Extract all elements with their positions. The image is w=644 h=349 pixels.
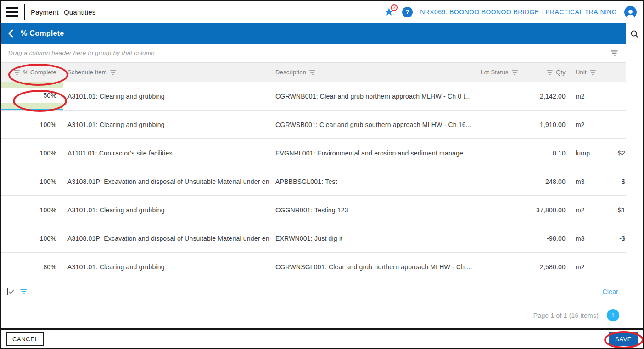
column-header-pct-complete[interactable]: % Complete: [1, 63, 63, 82]
filter-icon[interactable]: [547, 70, 553, 75]
table-row[interactable]: 100% A3108.01P: Excavation and disposal …: [1, 224, 626, 253]
filter-icon[interactable]: [110, 70, 116, 75]
right-rail: [626, 23, 643, 328]
chevron-left-icon: [7, 29, 14, 38]
app-title: Payment Quantities: [31, 8, 96, 16]
back-button[interactable]: [7, 29, 14, 38]
edit-highlight: [1, 103, 63, 109]
group-hint: Drag a column header here to group by th…: [8, 50, 155, 56]
table-header-row: % Complete Schedule Item Description Lot…: [1, 62, 626, 82]
page-title: % Complete: [21, 29, 64, 38]
filter-icon[interactable]: [14, 70, 20, 75]
save-button[interactable]: SAVE: [609, 332, 638, 346]
table-row[interactable]: 50% A3101.01: Clearing and grubbing CGRW…: [1, 82, 626, 111]
app-window: Payment Quantities ★ i ? NRX069: BOONOO …: [0, 0, 644, 349]
column-header-description[interactable]: Description: [272, 63, 478, 82]
filter-enabled-checkbox[interactable]: [7, 288, 15, 295]
help-icon[interactable]: ?: [402, 7, 413, 17]
page-1-button[interactable]: 1: [607, 309, 619, 321]
filter-icon[interactable]: [20, 289, 27, 294]
cancel-button[interactable]: CANCEL: [6, 332, 44, 346]
filter-row: Clear: [1, 281, 626, 302]
favorite-button[interactable]: ★ i: [383, 6, 395, 18]
content-area: % Complete Drag a column header here to …: [1, 23, 643, 328]
top-bar: Payment Quantities ★ i ? NRX069: BOONOO …: [1, 1, 643, 23]
project-link[interactable]: NRX069: BOONOO BOONOO BRIDGE - PRACTICAL…: [420, 8, 617, 16]
menu-icon[interactable]: [6, 7, 18, 17]
column-header-qty[interactable]: Qty: [520, 63, 566, 82]
filter-icon[interactable]: [512, 70, 518, 75]
search-button[interactable]: [629, 28, 640, 39]
pct-complete-editor-cell[interactable]: 50%: [1, 82, 63, 110]
edit-highlight: [1, 82, 63, 88]
divider: [24, 4, 25, 20]
table-row[interactable]: 80% A3101.01: Clearing and grubbing CGRW…: [1, 253, 626, 281]
pager-summary: Page 1 of 1 (16 items): [533, 312, 599, 319]
table-row[interactable]: 100% A3108.01P: Excavation and disposal …: [1, 167, 626, 196]
column-header-unit[interactable]: Unit: [566, 63, 609, 82]
filter-icon[interactable]: [590, 70, 596, 75]
column-header-amount[interactable]: [609, 63, 626, 82]
table-row[interactable]: 100% A3101.01: Clearing and grubbing CGG…: [1, 196, 626, 224]
search-icon: [630, 29, 639, 39]
clear-filter-link[interactable]: Clear: [603, 288, 618, 295]
group-panel[interactable]: Drag a column header here to group by th…: [1, 44, 626, 62]
table-row[interactable]: 100% A1101.01: Contractor's site facilit…: [1, 139, 626, 167]
pager: Page 1 of 1 (16 items) 1: [1, 302, 626, 328]
person-icon: [625, 9, 636, 18]
check-icon: [9, 289, 14, 294]
filter-builder-icon[interactable]: [611, 50, 618, 56]
star-badge: i: [391, 4, 398, 11]
sub-header: % Complete: [1, 23, 626, 44]
filter-icon[interactable]: [309, 70, 315, 75]
action-bar: CANCEL SAVE: [1, 328, 643, 348]
table-row[interactable]: 100% A3101.01: Clearing and grubbing CGR…: [1, 111, 626, 139]
avatar[interactable]: [624, 6, 637, 18]
column-header-schedule-item[interactable]: Schedule Item: [63, 63, 272, 82]
column-header-lot-status[interactable]: Lot Status: [478, 63, 520, 82]
